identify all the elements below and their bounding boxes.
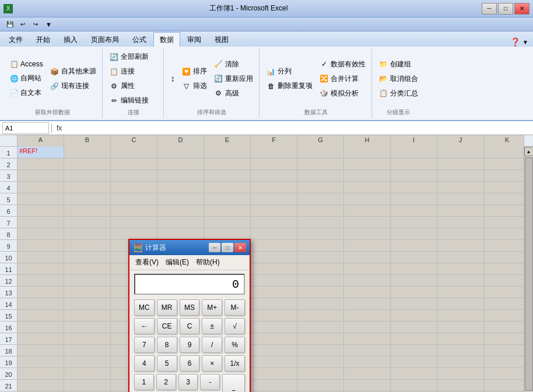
advanced-button[interactable]: ⚙ 高级 <box>212 87 255 100</box>
seven-button[interactable]: 7 <box>134 337 155 353</box>
cell-F18[interactable] <box>251 345 297 356</box>
undo-quick-button[interactable]: ↩ <box>17 19 28 30</box>
cell-I12[interactable] <box>391 275 437 287</box>
subtotal-button[interactable]: 📋 分类汇总 <box>377 87 420 100</box>
cell-J9[interactable] <box>437 240 484 252</box>
cell-G6[interactable] <box>297 205 344 217</box>
tab-formulas[interactable]: 公式 <box>126 32 153 47</box>
cell-K7[interactable] <box>484 217 524 228</box>
connections-button[interactable]: 📋 连接 <box>107 65 137 78</box>
cell-I10[interactable] <box>391 252 437 263</box>
cell-G16[interactable] <box>297 322 344 333</box>
cell-F15[interactable] <box>251 310 297 322</box>
cell-C8[interactable] <box>111 228 157 240</box>
cell-E5[interactable] <box>204 193 251 205</box>
cell-F12[interactable] <box>251 275 297 287</box>
calc-menu-view[interactable]: 查看(V) <box>132 256 162 269</box>
cell-H3[interactable] <box>344 170 391 182</box>
cell-K16[interactable] <box>484 322 524 333</box>
sqrt-button[interactable]: √ <box>225 318 245 334</box>
cell-H15[interactable] <box>344 310 391 322</box>
cell-F14[interactable] <box>251 298 297 310</box>
cell-G10[interactable] <box>297 252 344 263</box>
cell-J17[interactable] <box>437 333 484 345</box>
mminus-button[interactable]: M- <box>225 299 245 316</box>
vertical-scrollbar[interactable]: ▲ ▼ <box>524 147 533 392</box>
minimize-button[interactable]: ─ <box>482 3 497 15</box>
cell-J13[interactable] <box>437 287 484 298</box>
cell-C3[interactable] <box>111 170 157 182</box>
cell-B9[interactable] <box>64 240 111 252</box>
cell-K5[interactable] <box>484 193 524 205</box>
cell-A4[interactable] <box>17 182 64 193</box>
text-button[interactable]: 📄 自文本 <box>7 86 45 100</box>
cell-H19[interactable] <box>344 356 391 368</box>
ungroup-button[interactable]: 📂 取消组合 <box>377 72 420 86</box>
cell-D8[interactable] <box>157 228 204 240</box>
cell-K19[interactable] <box>484 356 524 368</box>
cell-D4[interactable] <box>157 182 204 193</box>
cell-B1[interactable] <box>64 147 111 158</box>
cell-K21[interactable] <box>484 380 524 391</box>
cell-I3[interactable] <box>391 170 437 182</box>
cell-H20[interactable] <box>344 368 391 380</box>
name-box[interactable] <box>2 122 49 134</box>
cell-B8[interactable] <box>64 228 111 240</box>
cell-K11[interactable] <box>484 263 524 275</box>
cell-F21[interactable] <box>251 380 297 391</box>
cell-J11[interactable] <box>437 263 484 275</box>
cell-B21[interactable] <box>64 380 111 391</box>
calc-maximize-button[interactable]: □ <box>222 243 233 252</box>
web-button[interactable]: 🌐 自网站 <box>7 72 45 85</box>
cell-A8[interactable] <box>17 228 64 240</box>
cell-G12[interactable] <box>297 275 344 287</box>
cell-A14[interactable] <box>17 298 64 310</box>
cell-F17[interactable] <box>251 333 297 345</box>
cell-G3[interactable] <box>297 170 344 182</box>
cell-G7[interactable] <box>297 217 344 228</box>
cell-J18[interactable] <box>437 345 484 356</box>
cell-D1[interactable] <box>157 147 204 158</box>
sort-az-button[interactable]: ↕ <box>169 72 177 85</box>
cell-I13[interactable] <box>391 287 437 298</box>
cell-H8[interactable] <box>344 228 391 240</box>
existing-connection-button[interactable]: 🔗 现有连接 <box>48 79 99 93</box>
cell-E6[interactable] <box>204 205 251 217</box>
cell-J16[interactable] <box>437 322 484 333</box>
cell-F2[interactable] <box>251 158 297 170</box>
cell-A18[interactable] <box>17 345 64 356</box>
cell-D2[interactable] <box>157 158 204 170</box>
cell-B3[interactable] <box>64 170 111 182</box>
cell-J7[interactable] <box>437 217 484 228</box>
group-button[interactable]: 📁 创建组 <box>377 58 420 71</box>
cell-B20[interactable] <box>64 368 111 380</box>
cell-F13[interactable] <box>251 287 297 298</box>
cell-J19[interactable] <box>437 356 484 368</box>
cell-A21[interactable] <box>17 380 64 391</box>
cell-G2[interactable] <box>297 158 344 170</box>
tab-data[interactable]: 数据 <box>153 32 180 47</box>
cell-K9[interactable] <box>484 240 524 252</box>
cell-H5[interactable] <box>344 193 391 205</box>
mr-button[interactable]: MR <box>157 299 177 316</box>
clear-button[interactable]: 🧹 清除 <box>212 58 255 71</box>
cell-F6[interactable] <box>251 205 297 217</box>
cell-K8[interactable] <box>484 228 524 240</box>
cell-A5[interactable] <box>17 193 64 205</box>
cell-C2[interactable] <box>111 158 157 170</box>
cell-H17[interactable] <box>344 333 391 345</box>
cell-B11[interactable] <box>64 263 111 275</box>
sign-button[interactable]: ± <box>202 318 222 334</box>
cell-K18[interactable] <box>484 345 524 356</box>
cell-I21[interactable] <box>391 380 437 391</box>
cell-G4[interactable] <box>297 182 344 193</box>
cell-K17[interactable] <box>484 333 524 345</box>
cell-I4[interactable] <box>391 182 437 193</box>
cell-G13[interactable] <box>297 287 344 298</box>
cell-J12[interactable] <box>437 275 484 287</box>
cell-B4[interactable] <box>64 182 111 193</box>
cell-B18[interactable] <box>64 345 111 356</box>
cell-F11[interactable] <box>251 263 297 275</box>
cell-I9[interactable] <box>391 240 437 252</box>
cell-G14[interactable] <box>297 298 344 310</box>
